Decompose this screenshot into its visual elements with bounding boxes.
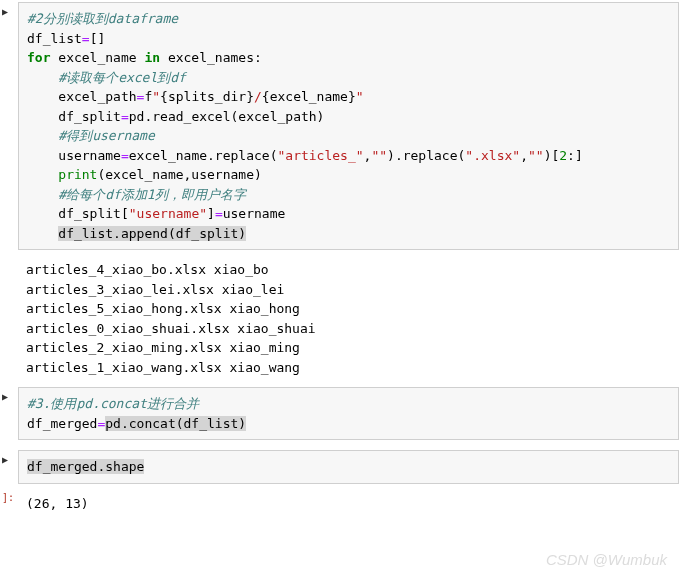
output-cell-1: articles_4_xiao_bo.xlsx xiao_bo articles… — [0, 252, 679, 385]
comment: #得到username — [58, 128, 154, 143]
string: "articles_" — [277, 148, 363, 163]
operator: = — [82, 31, 90, 46]
code-text: (excel_name,username) — [97, 167, 261, 182]
code-cell-3: ▶ df_merged.shape — [0, 448, 679, 486]
string: "" — [528, 148, 544, 163]
string: ".xlsx" — [465, 148, 520, 163]
code-text: df_merged — [27, 416, 97, 431]
code-text: {splits_dir} — [160, 89, 254, 104]
string: / — [254, 89, 262, 104]
output-cell-3: ]: (26, 13) — [0, 486, 679, 522]
code-text: )[ — [544, 148, 560, 163]
code-input-1[interactable]: #2分别读取到dataframe df_list=[] for excel_na… — [18, 2, 679, 250]
code-text: excel_name.replace( — [129, 148, 278, 163]
code-input-3[interactable]: df_merged.shape — [18, 450, 679, 484]
input-prompt: ▶ — [0, 387, 18, 440]
input-prompt: ▶ — [0, 2, 18, 250]
operator: = — [121, 148, 129, 163]
string: " — [152, 89, 160, 104]
code-cell-2: ▶ #3.使用pd.concat进行合并 df_merged=pd.concat… — [0, 385, 679, 442]
comment: #读取每个excel到df — [58, 70, 186, 85]
code-text: {excel_name} — [262, 89, 356, 104]
code-text: ] — [207, 206, 215, 221]
comment: #给每个df添加1列，即用户名字 — [58, 187, 245, 202]
code-text: df_split[ — [58, 206, 128, 221]
operator: = — [215, 206, 223, 221]
stdout-output: articles_4_xiao_bo.xlsx xiao_bo articles… — [18, 254, 679, 383]
string: " — [356, 89, 364, 104]
code-cell-1: ▶ #2分别读取到dataframe df_list=[] for excel_… — [0, 0, 679, 252]
code-text: ).replace( — [387, 148, 465, 163]
code-text: excel_name — [50, 50, 144, 65]
output-prompt: ]: — [0, 488, 18, 520]
keyword-for: for — [27, 50, 50, 65]
string: "username" — [129, 206, 207, 221]
highlighted-line: df_list.append(df_split) — [58, 226, 246, 241]
result-output: (26, 13) — [18, 488, 679, 520]
keyword-in: in — [144, 50, 160, 65]
input-prompt: ▶ — [0, 450, 18, 484]
code-text: , — [520, 148, 528, 163]
string: "" — [371, 148, 387, 163]
code-text: :] — [567, 148, 583, 163]
comment: #3.使用pd.concat进行合并 — [27, 396, 199, 411]
code-text: username — [223, 206, 286, 221]
code-text: excel_names: — [160, 50, 262, 65]
comment: #2分别读取到dataframe — [27, 11, 178, 26]
operator: = — [121, 109, 129, 124]
code-text: username — [58, 148, 121, 163]
watermark: CSDN @Wumbuk — [546, 551, 667, 568]
builtin-print: print — [58, 167, 97, 182]
code-text: df_split — [58, 109, 121, 124]
highlighted-text: pd.concat(df_list) — [105, 416, 246, 431]
highlighted-text: df_merged.shape — [27, 459, 144, 474]
code-text: [] — [90, 31, 106, 46]
number: 2 — [559, 148, 567, 163]
code-text: pd.read_excel(excel_path) — [129, 109, 325, 124]
output-prompt — [0, 254, 18, 383]
code-text: excel_path — [58, 89, 136, 104]
code-input-2[interactable]: #3.使用pd.concat进行合并 df_merged=pd.concat(d… — [18, 387, 679, 440]
code-text: df_list — [27, 31, 82, 46]
